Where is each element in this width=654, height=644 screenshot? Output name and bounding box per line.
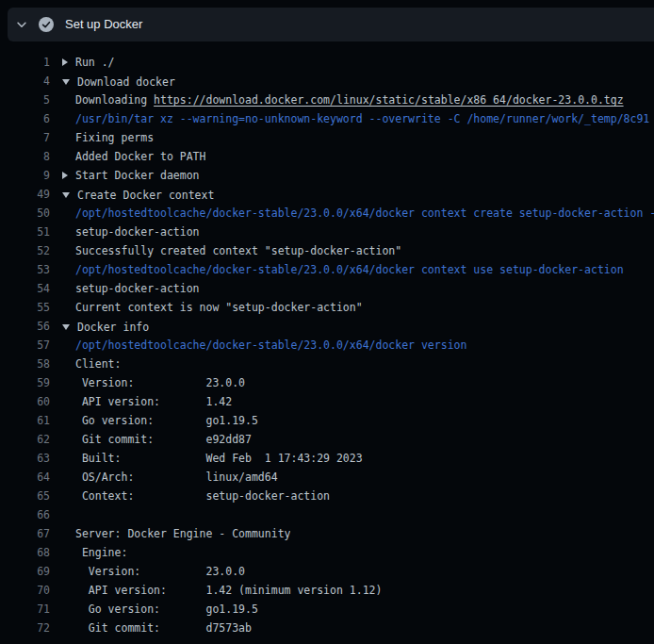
line-number[interactable]: 56: [0, 317, 50, 336]
line-number[interactable]: 68: [0, 543, 50, 562]
log-text: Client:: [75, 357, 121, 371]
log-text: Version: 23.0.0: [75, 376, 245, 389]
line-number[interactable]: 54: [0, 279, 50, 298]
line-number[interactable]: 49: [0, 185, 50, 204]
line-number[interactable]: 50: [0, 204, 50, 223]
log-command-text: /usr/bin/tar xz --warning=no-unknown-key…: [75, 112, 649, 125]
log-text: Git commit: e92dd87: [75, 433, 252, 446]
log-line: 71 Go version: go1.19.5: [0, 600, 654, 619]
log-link[interactable]: https://download.docker.com/linux/static…: [154, 93, 624, 107]
line-number[interactable]: 63: [0, 449, 50, 468]
line-number[interactable]: 5: [0, 91, 50, 109]
log-command-text: /opt/hostedtoolcache/docker-stable/23.0.…: [75, 339, 466, 352]
log-line: 55Current context is now "setup-docker-a…: [0, 298, 654, 317]
log-text: setup-docker-action: [75, 282, 200, 295]
step-title: Set up Docker: [65, 8, 142, 41]
chevron-right-icon[interactable]: [62, 172, 68, 179]
log-line: 51setup-docker-action: [0, 223, 654, 241]
log-command-text: /opt/hostedtoolcache/docker-stable/23.0.…: [75, 263, 624, 276]
log-line: 63 Built: Wed Feb 1 17:43:29 2023: [0, 449, 654, 468]
log-line: 66: [0, 505, 654, 524]
log-group-toggle[interactable]: Start Docker daemon: [62, 166, 200, 185]
line-number[interactable]: 55: [0, 298, 50, 317]
line-number[interactable]: 8: [0, 147, 50, 166]
log-text: Go version: go1.19.5: [75, 414, 258, 427]
log-text: API version: 1.42: [75, 395, 232, 408]
line-number[interactable]: 61: [0, 411, 50, 430]
log-line: 1Run ./: [0, 53, 654, 72]
log-text: Successfully created context "setup-dock…: [75, 244, 401, 257]
log-group-title: Docker info: [77, 318, 149, 336]
log-group-title: Start Docker daemon: [75, 166, 200, 185]
log-line: 64 OS/Arch: linux/amd64: [0, 468, 654, 487]
log-command-text: /opt/hostedtoolcache/docker-stable/23.0.…: [75, 206, 654, 220]
chevron-right-icon[interactable]: [62, 58, 68, 66]
log-line: 5Downloading https://download.docker.com…: [0, 91, 654, 109]
line-number[interactable]: 72: [0, 619, 50, 637]
log-line: 58Client:: [0, 355, 654, 373]
line-number[interactable]: 51: [0, 223, 50, 241]
line-number[interactable]: 60: [0, 392, 50, 411]
line-number[interactable]: 7: [0, 128, 50, 147]
log-text: Added Docker to PATH: [75, 150, 205, 163]
log-text: Built: Wed Feb 1 17:43:29 2023: [75, 452, 363, 465]
log-group-toggle[interactable]: Download docker: [62, 73, 175, 91]
log-line: 53/opt/hostedtoolcache/docker-stable/23.…: [0, 260, 654, 279]
line-number[interactable]: 64: [0, 468, 50, 487]
log-line: 57/opt/hostedtoolcache/docker-stable/23.…: [0, 336, 654, 355]
line-number[interactable]: 70: [0, 581, 50, 600]
line-number[interactable]: 67: [0, 524, 50, 543]
log-text: API version: 1.42 (minimum version 1.12): [75, 584, 382, 597]
line-number[interactable]: 71: [0, 600, 50, 619]
line-number[interactable]: 4: [0, 72, 50, 91]
log-line: 61 Go version: go1.19.5: [0, 411, 654, 430]
log-text: setup-docker-action: [75, 225, 200, 239]
line-number[interactable]: 62: [0, 430, 50, 449]
chevron-down-icon[interactable]: [62, 79, 70, 85]
log-text: Version: 23.0.0: [75, 565, 245, 578]
log-text: Git commit: d7573ab: [75, 621, 252, 635]
chevron-down-icon[interactable]: [62, 324, 70, 330]
log-line: 60 API version: 1.42: [0, 392, 654, 411]
line-number[interactable]: 6: [0, 109, 50, 128]
log-text: Current context is now "setup-docker-act…: [75, 301, 363, 314]
log-line: 70 API version: 1.42 (minimum version 1.…: [0, 581, 654, 600]
log-text: Downloading: [75, 93, 154, 107]
log-line: 62 Git commit: e92dd87: [0, 430, 654, 449]
log-group-title: Create Docker context: [77, 186, 214, 204]
log-line: 65 Context: setup-docker-action: [0, 487, 654, 505]
line-number[interactable]: 53: [0, 260, 50, 279]
chevron-down-icon[interactable]: [15, 18, 28, 31]
log-group-toggle[interactable]: Create Docker context: [62, 186, 214, 204]
workflow-log-panel: Set up Docker 1Run ./4Download docker5Do…: [0, 8, 654, 644]
log-text: Engine:: [75, 546, 127, 559]
check-circle-icon: [39, 17, 54, 32]
log-line: 9Start Docker daemon: [0, 166, 654, 185]
log-line: 56Docker info: [0, 317, 654, 336]
line-number[interactable]: 66: [0, 505, 50, 524]
chevron-down-icon[interactable]: [62, 192, 70, 198]
line-number[interactable]: 69: [0, 562, 50, 581]
line-number[interactable]: 65: [0, 487, 50, 505]
log-group-toggle[interactable]: Run ./: [62, 53, 115, 72]
log-line: 59 Version: 23.0.0: [0, 373, 654, 392]
log-line: 8Added Docker to PATH: [0, 147, 654, 166]
log-group-toggle[interactable]: Docker info: [62, 318, 149, 336]
log-line: 7Fixing perms: [0, 128, 654, 147]
log-text: Context: setup-docker-action: [75, 489, 330, 503]
log-group-title: Run ./: [75, 53, 115, 72]
line-number[interactable]: 52: [0, 241, 50, 260]
line-number[interactable]: 58: [0, 355, 50, 373]
log-line: 69 Version: 23.0.0: [0, 562, 654, 581]
step-header[interactable]: Set up Docker: [8, 8, 654, 41]
log-line: 67Server: Docker Engine - Community: [0, 524, 654, 543]
line-number[interactable]: 1: [0, 53, 50, 72]
log-line: 4Download docker: [0, 72, 654, 91]
line-number[interactable]: 59: [0, 373, 50, 392]
line-number[interactable]: 57: [0, 336, 50, 355]
log-line: 72 Git commit: d7573ab: [0, 619, 654, 637]
line-number[interactable]: 9: [0, 166, 50, 185]
log-group-title: Download docker: [77, 73, 175, 91]
log-line: 52Successfully created context "setup-do…: [0, 241, 654, 260]
log-lines: 1Run ./4Download docker5Downloading http…: [0, 41, 654, 637]
